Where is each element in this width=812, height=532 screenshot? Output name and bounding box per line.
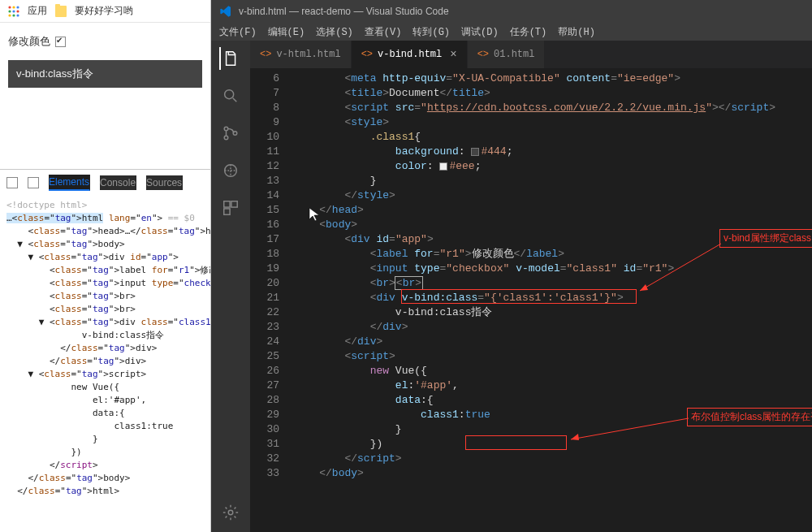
mouse-cursor-icon <box>309 207 320 222</box>
dom-node[interactable]: ▼ <class="tag">script> <box>6 368 204 381</box>
explorer-icon[interactable] <box>219 47 242 70</box>
tab-label: v-html.html <box>276 49 340 60</box>
menu-item[interactable]: 帮助(H) <box>558 25 595 39</box>
dom-node[interactable]: ▼ <class="tag">div class="class1"> <box>6 316 204 329</box>
tabstrip: <>v-html.html<>v-bind.html×<>01.html <box>250 41 812 68</box>
menu-item[interactable]: 查看(V) <box>365 25 402 39</box>
code-line[interactable]: </style> <box>294 188 806 203</box>
menu-item[interactable]: 编辑(E) <box>268 25 305 39</box>
dom-node[interactable]: } <box>6 433 204 446</box>
settings-icon[interactable] <box>219 501 242 524</box>
svg-rect-15 <box>231 201 237 207</box>
inspect-icon[interactable] <box>6 177 18 188</box>
dom-tree[interactable]: <!doctype html>…<class="tag">html lang="… <box>0 196 210 532</box>
annotation-label-bool: 布尔值控制class属性的存在否 <box>687 408 812 426</box>
editor-tab[interactable]: <>01.html <box>468 41 546 68</box>
editor-tab[interactable]: <>v-html.html <box>250 41 352 68</box>
dom-node[interactable]: ▼ <class="tag">div id="app"> <box>6 251 204 264</box>
dom-node[interactable]: new Vue({ <box>6 381 204 394</box>
bookmark-folder[interactable]: 要好好学习哟 <box>75 4 133 18</box>
dom-node[interactable]: class1:true <box>6 420 204 433</box>
code-line[interactable]: <title>Document</title> <box>294 86 806 101</box>
svg-point-1 <box>12 6 15 8</box>
svg-point-6 <box>8 14 11 16</box>
code-line[interactable]: v-bind:class指令 <box>294 305 806 320</box>
tab-label: 01.html <box>494 49 534 60</box>
svg-point-7 <box>12 14 15 16</box>
menu-item[interactable]: 转到(G) <box>412 25 450 39</box>
code-line[interactable]: <script src="https://cdn.bootcss.com/vue… <box>294 101 806 115</box>
editor-area: <>v-html.html<>v-bind.html×<>01.html 678… <box>250 41 812 532</box>
close-icon[interactable]: × <box>450 48 456 61</box>
vscode: v-bind.html — react-demo — Visual Studio… <box>211 0 812 532</box>
checkbox-r1[interactable] <box>55 37 66 47</box>
dom-node[interactable]: <!doctype html> <box>6 199 204 212</box>
label-modify-color: 修改颜色 <box>8 34 50 49</box>
dom-node[interactable]: <class="tag">br> <box>6 303 204 316</box>
dom-node[interactable]: </class="tag">div> <box>6 342 204 355</box>
code-line[interactable]: el:'#app', <box>294 378 806 393</box>
code-line[interactable]: </div> <box>294 320 806 335</box>
html-file-icon: <> <box>477 49 489 60</box>
dom-node[interactable]: …<class="tag">html lang="en"> == $0 <box>6 212 204 225</box>
code-line[interactable]: .class1{ <box>294 130 806 145</box>
menu-item[interactable]: 调试(D) <box>461 25 499 39</box>
extensions-icon[interactable] <box>219 197 242 219</box>
dom-node[interactable]: el:'#app', <box>6 394 204 407</box>
editor-tab[interactable]: <>v-bind.html× <box>352 41 468 68</box>
code-line[interactable]: </script> <box>294 452 806 466</box>
dom-node[interactable]: </script> <box>6 459 204 472</box>
device-icon[interactable] <box>28 177 39 188</box>
debug-icon[interactable] <box>219 159 242 182</box>
dom-node[interactable]: ▼ <class="tag">body> <box>6 238 204 251</box>
folder-icon[interactable] <box>55 6 67 17</box>
code-line[interactable]: </body> <box>294 466 806 481</box>
vscode-logo-icon <box>219 5 232 18</box>
svg-rect-16 <box>224 209 230 214</box>
code-line[interactable]: <input type="checkbox" v-model="class1" … <box>294 262 806 276</box>
tab-sources[interactable]: Sources <box>146 175 183 190</box>
apps-icon[interactable] <box>8 6 19 17</box>
code-line[interactable]: </head> <box>294 203 806 218</box>
git-icon[interactable] <box>219 122 242 145</box>
code-line[interactable]: background: #444; <box>294 145 806 159</box>
html-file-icon: <> <box>361 49 373 60</box>
annotation-highlight-bool <box>465 435 567 450</box>
code-line[interactable]: color: #eee; <box>294 159 806 174</box>
svg-point-9 <box>225 90 234 99</box>
dom-node[interactable]: </class="tag">body> <box>6 472 204 485</box>
code-line[interactable]: } <box>294 174 806 188</box>
dom-node[interactable]: <class="tag">br> <box>6 290 204 303</box>
bookmark-apps[interactable]: 应用 <box>28 4 47 18</box>
dom-node[interactable]: <class="tag">input type="checkbox" id="r… <box>6 277 204 290</box>
menu-item[interactable]: 选择(S) <box>316 25 353 39</box>
svg-point-0 <box>8 6 11 8</box>
svg-point-4 <box>12 10 15 12</box>
dom-node[interactable]: data:{ <box>6 407 204 420</box>
browser-panel: 应用 要好好学习哟 修改颜色 v-bind:class指令 Elements C… <box>0 0 211 532</box>
code-line[interactable]: </div> <box>294 335 806 349</box>
dom-node[interactable]: </class="tag">html> <box>6 485 204 498</box>
code-line[interactable]: new Vue({ <box>294 364 806 378</box>
devtools-tabs: Elements Console Sources <box>0 175 210 196</box>
window-title: v-bind.html — react-demo — Visual Studio… <box>239 6 449 17</box>
tab-console[interactable]: Console <box>100 175 136 190</box>
dom-node[interactable]: v-bind:class指令 <box>6 329 204 342</box>
menu-item[interactable]: 文件(F) <box>219 25 257 39</box>
dom-node[interactable]: <class="tag">label for="r1">修改颜色</class=… <box>6 264 204 277</box>
svg-point-3 <box>8 10 11 12</box>
code-line[interactable]: <meta http-equiv="X-UA-Compatible" conte… <box>294 71 806 86</box>
code-line[interactable]: data:{ <box>294 393 806 408</box>
code-line[interactable]: <style> <box>294 115 806 130</box>
search-icon[interactable] <box>219 84 242 107</box>
tab-elements[interactable]: Elements <box>49 175 90 191</box>
code-line[interactable]: <label for="r1">修改颜色</label> <box>294 247 806 262</box>
menubar: 文件(F)编辑(E)选择(S)查看(V)转到(G)调试(D)任务(T)帮助(H) <box>211 23 812 41</box>
class1-box: v-bind:class指令 <box>8 60 202 88</box>
dom-node[interactable]: <class="tag">head>…</class="tag">head> <box>6 225 204 238</box>
menu-item[interactable]: 任务(T) <box>510 25 547 39</box>
dom-node[interactable]: }) <box>6 446 204 459</box>
dom-node[interactable]: </class="tag">div> <box>6 355 204 368</box>
code-line[interactable]: <script> <box>294 349 806 364</box>
svg-point-11 <box>224 136 228 140</box>
